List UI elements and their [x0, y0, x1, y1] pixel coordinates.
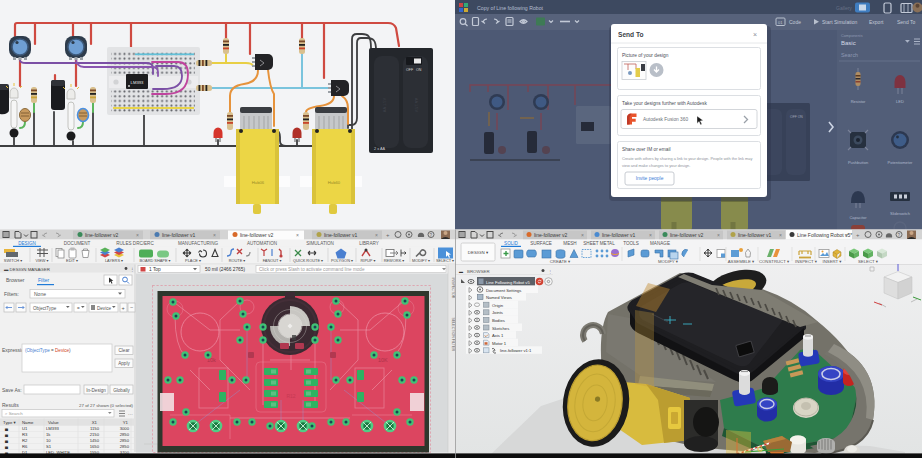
- svg-text:MESH: MESH: [563, 241, 576, 246]
- svg-text:⋯: ⋯: [128, 411, 133, 417]
- svg-text:FANOUT ▾: FANOUT ▾: [263, 258, 282, 263]
- svg-text:Sketches: Sketches: [492, 326, 509, 331]
- svg-text:OFF ON: OFF ON: [790, 115, 803, 119]
- svg-text:Basic: Basic: [841, 40, 856, 46]
- svg-text:ROUTE ▾: ROUTE ▾: [229, 258, 246, 263]
- svg-text:Search: Search: [841, 52, 858, 58]
- svg-text:Named Views: Named Views: [486, 295, 512, 300]
- svg-text:AA 1.5V: AA 1.5V: [382, 97, 387, 112]
- svg-text:line-follower v1: line-follower v1: [162, 232, 196, 238]
- svg-text:Apply: Apply: [118, 361, 130, 366]
- svg-text:line-follower v1: line-follower v1: [602, 232, 636, 238]
- svg-text:2850: 2850: [120, 444, 130, 449]
- svg-text:POLYGON ▾: POLYGON ▾: [331, 258, 353, 263]
- svg-text:ObjectType: ObjectType: [33, 306, 57, 311]
- svg-text:×: ×: [136, 232, 139, 238]
- svg-text:×: ×: [581, 232, 584, 238]
- svg-text:MODIFY ▾: MODIFY ▾: [412, 258, 430, 263]
- svg-text:SURFACE: SURFACE: [530, 241, 552, 246]
- svg-text:Autodesk Fusion 360: Autodesk Fusion 360: [643, 117, 688, 122]
- svg-text:(ObjectType = Device): (ObjectType = Device): [25, 348, 71, 353]
- svg-text:Globally: Globally: [113, 388, 130, 393]
- svg-text:QUICK ROUTE ▾: QUICK ROUTE ▾: [293, 258, 323, 263]
- svg-text:Save As:: Save As:: [2, 387, 22, 393]
- svg-text:LIBRARY: LIBRARY: [359, 241, 379, 246]
- svg-text:DESIGN ▾: DESIGN ▾: [468, 250, 489, 255]
- svg-text:×: ×: [845, 232, 848, 238]
- svg-text:⋮: ⋮: [130, 267, 134, 272]
- svg-text:⋮: ⋮: [548, 269, 552, 274]
- svg-text:EDIT ▾: EDIT ▾: [66, 258, 78, 263]
- svg-text:In-Design: In-Design: [86, 388, 106, 393]
- svg-text:Filter: Filter: [38, 277, 49, 283]
- svg-text:BOARD SHAPE ▾: BOARD SHAPE ▾: [139, 258, 170, 263]
- svg-text:Bodies: Bodies: [492, 318, 505, 323]
- svg-text:Gallery: Gallery: [836, 5, 852, 11]
- svg-text:▬: ▬: [459, 269, 463, 274]
- svg-text:Value: Value: [48, 420, 59, 425]
- svg-text:2850: 2850: [120, 432, 130, 437]
- svg-text:×: ×: [649, 232, 652, 238]
- svg-text:×: ×: [779, 232, 782, 238]
- svg-text:1150: 1150: [90, 426, 100, 431]
- svg-text:Click or press Slash to activa: Click or press Slash to activate command…: [259, 267, 365, 272]
- svg-text:Name: Name: [22, 420, 34, 425]
- svg-text:=: =: [77, 306, 80, 311]
- svg-text:LED: LED: [896, 99, 904, 104]
- svg-text:×: ×: [753, 31, 757, 38]
- svg-text:INSPECTOR: INSPECTOR: [451, 278, 455, 299]
- svg-text:DOCUMENT: DOCUMENT: [64, 241, 91, 246]
- svg-text:Create with others by sharing: Create with others by sharing a link to …: [622, 156, 752, 161]
- svg-text:×: ×: [375, 232, 378, 238]
- svg-text:SIMULATION: SIMULATION: [306, 241, 334, 246]
- svg-text:SOLID: SOLID: [504, 241, 518, 246]
- svg-text:INSERT ▾: INSERT ▾: [823, 259, 843, 264]
- svg-text:3000: 3000: [120, 426, 130, 431]
- svg-text:+: +: [386, 232, 390, 238]
- svg-text:Type ▾: Type ▾: [3, 420, 17, 425]
- svg-text:Axis 1: Axis 1: [492, 333, 504, 338]
- svg-text:CONSTRUCT ▾: CONSTRUCT ▾: [759, 259, 790, 264]
- svg-text:line-follower v2: line-follower v2: [670, 232, 704, 238]
- svg-text:U1: U1: [22, 426, 28, 431]
- svg-text:Hub60: Hub60: [328, 180, 341, 185]
- svg-text:1650: 1650: [90, 444, 100, 449]
- svg-text:SHEET METAL: SHEET METAL: [583, 241, 615, 246]
- svg-text:REWORK ▾: REWORK ▾: [384, 258, 405, 263]
- svg-text:Take your designs further with: Take your designs further with Autodesk: [622, 101, 707, 106]
- svg-text:ON: ON: [416, 68, 422, 72]
- svg-text:X1: X1: [92, 420, 98, 425]
- svg-text:×: ×: [717, 232, 720, 238]
- svg-text:Hub06: Hub06: [252, 180, 265, 185]
- svg-text:SWITCH ▾: SWITCH ▾: [4, 258, 22, 263]
- svg-text:S1: S1: [46, 444, 52, 449]
- svg-text:DESIGN: DESIGN: [18, 241, 36, 246]
- svg-text:Picture of your design: Picture of your design: [622, 53, 669, 58]
- svg-text:Line Following Robot v5: Line Following Robot v5: [486, 280, 530, 285]
- svg-text:27 of 27 shown (0 selected): 27 of 27 shown (0 selected): [79, 403, 133, 408]
- svg-text:Origin: Origin: [492, 303, 504, 308]
- svg-text:AA 1.5V: AA 1.5V: [414, 98, 419, 113]
- svg-text:Start Simulation: Start Simulation: [822, 19, 858, 25]
- svg-text:Motor 1: Motor 1: [492, 341, 507, 346]
- svg-text:R6: R6: [22, 444, 28, 449]
- svg-text:SELECT ▾: SELECT ▾: [436, 258, 454, 263]
- svg-text:10K: 10K: [378, 357, 388, 363]
- svg-text:VIEW ▾: VIEW ▾: [36, 258, 49, 263]
- svg-text:Results: Results: [2, 402, 19, 408]
- svg-text:−: −: [130, 304, 133, 310]
- svg-text:Pushbutton: Pushbutton: [848, 160, 868, 165]
- svg-text:SELECT ▾: SELECT ▾: [858, 259, 879, 264]
- svg-text:2850: 2850: [120, 438, 130, 443]
- svg-text:▬ DESIGN MANAGER: ▬ DESIGN MANAGER: [4, 267, 50, 272]
- svg-text:×: ×: [213, 232, 216, 238]
- svg-text:Export: Export: [869, 19, 884, 25]
- svg-text:Clear: Clear: [119, 348, 130, 353]
- svg-text:Code: Code: [789, 19, 801, 25]
- svg-text:AUTOMATION: AUTOMATION: [247, 241, 277, 246]
- svg-text:OFF: OFF: [406, 68, 414, 72]
- svg-text:Y1: Y1: [123, 420, 129, 425]
- svg-text:Share over IM or email: Share over IM or email: [622, 147, 671, 152]
- svg-text:PLACE ▾: PLACE ▾: [185, 258, 201, 263]
- svg-text:Copy of Line following Robot: Copy of Line following Robot: [477, 5, 544, 11]
